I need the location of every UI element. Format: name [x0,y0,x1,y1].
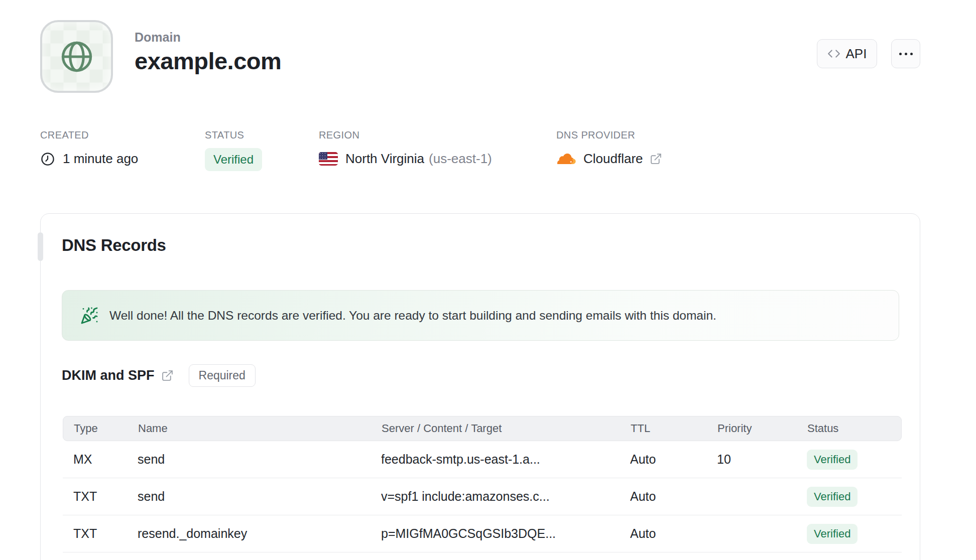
region-code: (us-east-1) [429,151,492,167]
cell-ttl: Auto [630,526,717,541]
cell-status: Verified [807,524,902,544]
meta-created: CREATED 1 minute ago [40,129,138,167]
api-button-label: API [846,46,867,62]
dns-provider-value: Cloudflare [583,151,643,167]
cell-content: feedback-smtp.us-east-1.a... [381,452,630,467]
api-button[interactable]: API [817,39,877,68]
ellipsis-icon [899,53,902,55]
domain-avatar [40,20,113,93]
meta-status: STATUS Verified [205,129,262,171]
cell-content: v=spf1 include:amazonses.c... [381,489,630,504]
table-row: TXT send v=spf1 include:amazonses.c... A… [63,478,902,515]
dkim-external-link-icon[interactable] [161,369,174,382]
party-popper-icon [80,307,98,325]
dns-records-card: DNS Records Well done! All the DNS recor… [40,213,920,560]
cell-content: p=MIGfMA0GCSqGSIb3DQE... [381,526,630,541]
globe-icon [59,39,95,75]
column-header: Type [74,422,138,435]
section-accent-tab [38,232,43,261]
clock-icon [40,152,55,167]
column-header: TTL [631,422,717,435]
cell-name: resend._domainkey [138,526,381,541]
verified-badge: Verified [807,524,858,544]
created-value: 1 minute ago [63,151,138,167]
status-label: STATUS [205,129,262,141]
column-header: Priority [717,422,807,435]
column-header: Status [807,422,901,435]
verified-badge: Verified [807,450,858,470]
dkim-spf-section-header: DKIM and SPF Required [62,364,256,387]
dkim-spf-title: DKIM and SPF [62,368,155,383]
cell-status: Verified [807,487,902,507]
us-flag-icon [319,152,338,166]
success-banner: Well done! All the DNS records are verif… [62,290,899,341]
domain-eyebrow-label: Domain [135,30,181,45]
cell-ttl: Auto [630,489,717,504]
column-header: Server / Content / Target [382,422,631,435]
status-badge: Verified [205,148,262,171]
cell-name: send [138,489,381,504]
region-value: North Virginia [345,151,424,167]
domain-page: Domain example.com API CREATED 1 minute … [0,0,976,560]
column-header: Name [138,422,382,435]
cell-type: TXT [73,526,138,541]
table-row: TXT resend._domainkey p=MIGfMA0GCSqGSIb3… [63,515,902,552]
code-icon [827,47,840,60]
dns-table-header: TypeNameServer / Content / TargetTTLPrio… [63,416,902,441]
more-options-button[interactable] [891,39,920,68]
cell-ttl: Auto [630,452,717,467]
meta-region: REGION North Virginia (us-east-1) [319,129,492,167]
cell-status: Verified [807,450,902,470]
cell-name: send [138,452,381,467]
cloudflare-icon [556,152,576,166]
required-badge: Required [189,364,256,387]
table-row: MX send feedback-smtp.us-east-1.a... Aut… [63,441,902,478]
dns-provider-label: DNS PROVIDER [556,129,662,141]
cell-priority: 10 [717,452,807,467]
region-label: REGION [319,129,492,141]
cell-type: TXT [73,489,138,504]
created-label: CREATED [40,129,138,141]
success-banner-text: Well done! All the DNS records are verif… [109,309,716,323]
meta-dns-provider: DNS PROVIDER Cloudflare [556,129,662,167]
verified-badge: Verified [807,487,858,507]
dns-table-body: MX send feedback-smtp.us-east-1.a... Aut… [63,441,902,552]
cell-type: MX [73,452,138,467]
external-link-icon[interactable] [650,153,662,165]
dns-records-title: DNS Records [62,236,166,255]
page-title: example.com [135,47,281,75]
dns-records-table: TypeNameServer / Content / TargetTTLPrio… [63,416,902,552]
